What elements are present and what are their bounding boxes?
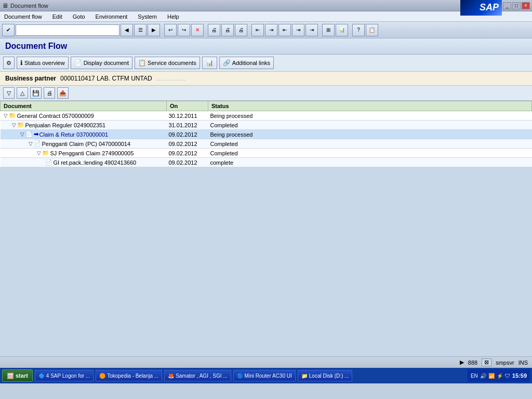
ins-mode: INS: [518, 360, 528, 366]
server-name: smpsvr: [496, 360, 514, 366]
tree-expand-icon[interactable]: ▽: [4, 113, 8, 118]
toolbar-grid[interactable]: ⊞: [322, 24, 335, 36]
document-table: Document On Status ▽📁General Contract 05…: [0, 101, 532, 167]
toolbar-print1[interactable]: 🖨: [208, 24, 220, 36]
taskbar-samator-icon: 🦊: [168, 373, 174, 379]
tray-icon2: 📶: [488, 373, 495, 379]
service-documents-button[interactable]: 📋 Service documents: [135, 57, 200, 69]
toolbar-arrow[interactable]: ▶: [148, 24, 160, 36]
taskbar-sap[interactable]: 🔷 4 SAP Logon for ...: [35, 370, 94, 381]
export-button[interactable]: 📤: [57, 87, 69, 99]
tree-expand-icon[interactable]: ▽: [20, 131, 24, 137]
taskbar-tokopedia-icon: 🟠: [99, 373, 105, 379]
settings-small-btn[interactable]: ⚙: [3, 57, 15, 69]
toolbar-forward[interactable]: ↪: [178, 24, 190, 36]
link-icon: 🔗: [223, 59, 231, 66]
arrow-icon: ➡: [34, 131, 38, 138]
service-docs-icon: 📋: [138, 59, 146, 66]
toolbar-btn4[interactable]: ⇥: [292, 24, 304, 36]
folder-icon: 📁: [42, 150, 49, 156]
toolbar-chart[interactable]: 📊: [336, 24, 348, 36]
sub-toolbar: ▽ △ 💾 🖨 📤: [0, 86, 532, 101]
table-row: ▽📁General Contract 057000000930.12.2011B…: [1, 111, 532, 121]
toolbar-help1[interactable]: ?: [352, 24, 365, 36]
toolbar-back[interactable]: ↩: [164, 24, 177, 36]
maximize-button[interactable]: □: [512, 2, 521, 9]
chart-button[interactable]: 📊: [202, 57, 217, 69]
title-bar-text: Document flow: [10, 3, 48, 9]
clock: 15:59: [512, 373, 527, 379]
close-button[interactable]: ×: [522, 2, 530, 9]
document-status: Completed: [208, 139, 532, 149]
tray-icon4: 🛡: [505, 373, 510, 379]
menu-system[interactable]: System: [136, 12, 159, 21]
start-button[interactable]: 🪟 start: [2, 369, 33, 382]
menu-document-flow[interactable]: Document flow: [2, 12, 44, 21]
document-icon: 📄: [45, 159, 52, 166]
toolbar-btn1[interactable]: ⇤: [251, 24, 264, 36]
toolbar-btn3[interactable]: ⇤: [278, 24, 291, 36]
document-status: complete: [208, 158, 532, 167]
tray-icon3: ⚡: [497, 373, 503, 379]
document-date: 09.02.2012: [167, 149, 208, 158]
document-name[interactable]: General Contract 0570000009: [17, 113, 94, 119]
document-status: Completed: [208, 149, 532, 158]
document-name[interactable]: SJ Pengganti Claim 2749000005: [50, 150, 134, 156]
display-document-button[interactable]: 📄 Display document: [71, 57, 132, 69]
system-tray: EN 🔊 📶 ⚡ 🛡 15:59: [468, 369, 530, 382]
session-id: 888: [468, 360, 477, 366]
document-name[interactable]: GI ret.pack.:lending 4902413660: [54, 159, 137, 166]
toolbar-list[interactable]: ☰: [134, 24, 147, 36]
menu-edit[interactable]: Edit: [50, 12, 64, 21]
taskbar-samator[interactable]: 🦊 Samator , AGI , SGI ...: [164, 370, 231, 381]
document-status: Being processed: [208, 111, 532, 121]
bp-label: Business partner: [5, 75, 56, 82]
toolbar-cancel[interactable]: ✕: [191, 24, 204, 36]
document-name[interactable]: Penjualan Reguler 0249002351: [25, 122, 106, 128]
display-doc-icon: 📄: [74, 59, 82, 66]
collapse-all-button[interactable]: △: [17, 87, 28, 99]
command-input[interactable]: [16, 24, 119, 36]
taskbar-sap-icon: 🔷: [38, 373, 45, 379]
tree-expand-icon[interactable]: ▽: [12, 122, 16, 128]
toolbar-checkmark[interactable]: ✔: [2, 24, 15, 36]
document-date: 09.02.2012: [167, 130, 208, 139]
action-toolbar: ⚙ ℹ Status overview 📄 Display document 📋…: [0, 55, 532, 72]
tree-expand-icon[interactable]: ▽: [29, 141, 33, 147]
expand-all-button[interactable]: ▽: [3, 87, 15, 99]
menu-environment[interactable]: Environment: [94, 12, 130, 21]
document-name[interactable]: Pengganti Claim (PC) 0470000014: [42, 141, 131, 147]
app-icon: 🖥: [2, 2, 8, 9]
save-button[interactable]: 💾: [30, 87, 42, 99]
document-icon: 📄: [25, 131, 33, 138]
document-icon: 📄: [34, 140, 41, 147]
toolbar-prev[interactable]: ◀: [121, 24, 133, 36]
taskbar-router-icon: 🔵: [237, 373, 243, 379]
folder-icon: 📁: [17, 122, 24, 128]
toolbar-btn5[interactable]: ⇥: [305, 24, 318, 36]
minimize-button[interactable]: _: [503, 2, 511, 9]
table-row: ▽📄Pengganti Claim (PC) 047000001409.02.2…: [1, 139, 532, 149]
document-name[interactable]: Claim & Retur 0370000001: [39, 131, 109, 138]
toolbar-print2[interactable]: 🖨: [221, 24, 234, 36]
toolbar-print3[interactable]: 🖨: [235, 24, 247, 36]
tree-expand-icon[interactable]: ▽: [37, 150, 41, 156]
toolbar-help2[interactable]: 📋: [366, 24, 378, 36]
menu-goto[interactable]: Goto: [71, 12, 87, 21]
table-row: ▽📄➡Claim & Retur 037000000109.02.2012Bei…: [1, 130, 532, 139]
menu-help[interactable]: Help: [165, 12, 181, 21]
status-overview-button[interactable]: ℹ Status overview: [17, 57, 69, 69]
page-title: Document Flow: [5, 42, 527, 51]
table-row: ▽📁SJ Pengganti Claim 274900000509.02.201…: [1, 149, 532, 158]
title-bar-left: 🖥 Document flow: [2, 2, 48, 9]
taskbar-local-disk[interactable]: 📁 Local Disk (D:) ...: [298, 370, 353, 381]
print-button[interactable]: 🖨: [44, 87, 55, 99]
taskbar: 🪟 start 🔷 4 SAP Logon for ... 🟠 Tokopedi…: [0, 368, 532, 383]
taskbar-mini-router[interactable]: 🔵 Mini Router AC30 UI: [233, 370, 296, 381]
taskbar-tokopedia[interactable]: 🟠 Tokopedia - Belanja ...: [96, 370, 162, 381]
additional-links-button[interactable]: 🔗 Additional links: [219, 57, 274, 69]
start-icon: 🪟: [7, 373, 14, 379]
table-row: ▽📁Penjualan Reguler 024900235131.01.2012…: [1, 121, 532, 130]
title-bar: 🖥 Document flow SAP _ □ ×: [0, 0, 532, 11]
toolbar-btn2[interactable]: ⇥: [265, 24, 277, 36]
